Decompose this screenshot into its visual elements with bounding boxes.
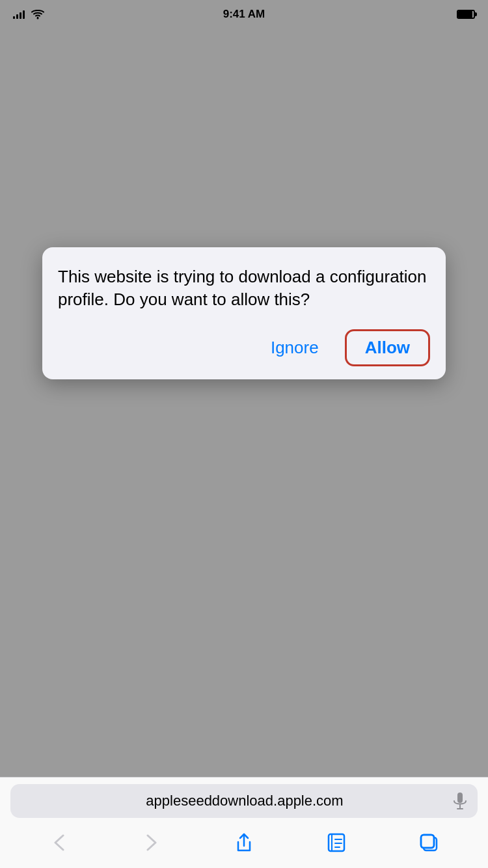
svg-rect-6: [421, 835, 434, 848]
battery-icon: [457, 10, 475, 19]
tabs-button[interactable]: [409, 828, 448, 857]
allow-button[interactable]: Allow: [345, 329, 430, 366]
share-button[interactable]: [224, 828, 264, 857]
alert-message: This website is trying to download a con…: [58, 265, 430, 311]
status-time: 9:41 AM: [223, 8, 265, 21]
signal-icon: [13, 10, 25, 19]
status-left: [13, 10, 44, 20]
main-background: [0, 29, 488, 777]
browser-toolbar: [0, 823, 488, 857]
svg-point-0: [37, 17, 39, 19]
browser-bottom-bar: appleseeddownload.apple.com: [0, 777, 488, 868]
svg-rect-1: [457, 793, 463, 803]
status-right: [457, 10, 475, 19]
status-bar: 9:41 AM: [0, 0, 488, 29]
back-button[interactable]: [40, 828, 79, 857]
url-bar-container: appleseeddownload.apple.com: [0, 778, 488, 823]
forward-button[interactable]: [132, 828, 171, 857]
microphone-icon[interactable]: [453, 792, 467, 810]
ignore-button[interactable]: Ignore: [271, 332, 319, 363]
battery-fill: [458, 11, 472, 18]
bookmarks-button[interactable]: [317, 828, 356, 857]
url-text: appleseeddownload.apple.com: [36, 793, 453, 809]
wifi-icon: [31, 10, 44, 20]
alert-actions: Ignore Allow: [58, 329, 430, 379]
alert-dialog: This website is trying to download a con…: [42, 247, 446, 379]
url-bar[interactable]: appleseeddownload.apple.com: [10, 784, 478, 818]
